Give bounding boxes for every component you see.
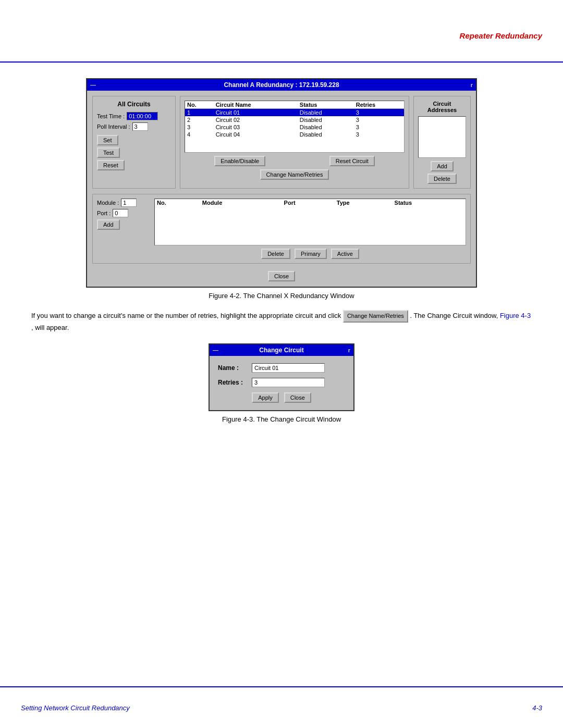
port-col-port: Port [282,199,335,206]
main-content: — Channel A Redundancy : 172.19.59.228 r… [0,63,563,686]
port-col-status: Status [393,199,466,206]
window-titlebar: — Channel A Redundancy : 172.19.59.228 r [87,79,476,91]
cc-name-field: Name : [218,363,345,373]
body-paragraph: If you want to change a circuit's name o… [21,310,542,333]
module-label: Module : [97,200,119,206]
cc-win-ctrl-right[interactable]: r [348,347,350,353]
channel-redundancy-window: — Channel A Redundancy : 172.19.59.228 r… [86,78,477,288]
col-circuit-name: Circuit Name [214,101,298,109]
col-no: No. [185,101,214,109]
change-name-retries-button[interactable]: Change Name/Retries [260,169,329,180]
test-time-input[interactable]: 01:00:00 [127,112,158,120]
left-panel-buttons: Set Test Reset [97,135,171,170]
right-panel-buttons: Add Delete [418,161,466,184]
table-row[interactable]: 2Circuit 02Disabled3 [185,116,404,124]
addresses-delete-button[interactable]: Delete [427,174,457,184]
window-title: Channel A Redundancy : 172.19.59.228 [224,81,339,89]
port-col-no: No. [155,199,200,206]
body-text-part1: If you want to change a circuit's name o… [31,312,341,319]
cc-buttons: Apply Close [218,392,345,403]
set-button[interactable]: Set [97,135,118,145]
figure1-caption: Figure 4-2. The Channel X Redundancy Win… [21,292,542,300]
table-row[interactable]: 3Circuit 03Disabled3 [185,124,404,131]
body-text-part2: . The Change Circuit window, [410,312,498,319]
middle-panel: No. Circuit Name Status Retries 1Circuit… [180,96,409,189]
poll-interval-label: Poll Interval : [97,124,130,130]
test-button[interactable]: Test [97,147,120,158]
inline-change-name-retries-button: Change Name/Retries [343,310,408,323]
window-body: All Circuits Test Time : 01:00:00 Poll I… [87,91,476,287]
circuit-addresses-title: Circuit Addresses [418,101,466,113]
change-circuit-titlebar: — Change Circuit r [210,344,353,356]
change-circuit-window: — Change Circuit r Name : Retries : Appl… [209,343,354,411]
port-label: Port : [97,210,111,216]
close-row: Close [92,271,471,281]
circuit-addresses-list [418,116,466,158]
cc-apply-button[interactable]: Apply [252,392,279,403]
bottom-section: Module : 1 Port : 0 Add [92,194,471,264]
bottom-top-row: Module : 1 Port : 0 Add [97,199,466,259]
cc-win-ctrl-left[interactable]: — [213,347,218,353]
test-time-field: Test Time : 01:00:00 [97,112,171,120]
reset-circuit-button[interactable]: Reset Circuit [329,156,375,166]
body-text-part3: , will appear. [31,324,69,331]
poll-interval-field: Poll Interval : 3 [97,122,171,131]
bottom-left: Module : 1 Port : 0 Add [97,199,149,259]
all-circuits-title: All Circuits [97,101,171,108]
main-close-button[interactable]: Close [268,271,295,281]
port-table-wrapper: No. Module Port Type Status [154,199,466,245]
port-col-type: Type [335,199,393,206]
module-input[interactable]: 1 [121,199,137,207]
change-circuit-title: Change Circuit [259,347,303,354]
figure-3-link[interactable]: Figure 4-3 [500,312,531,319]
cc-retries-field: Retries : [218,378,345,387]
reset-button[interactable]: Reset [97,160,125,170]
cc-retries-label: Retries : [218,379,252,386]
right-panel: Circuit Addresses Add Delete [413,96,471,189]
port-col-module: Module [200,199,282,206]
bottom-right: No. Module Port Type Status [154,199,466,259]
header-title: Repeater Redundancy [460,31,542,40]
addresses-add-button[interactable]: Add [431,161,454,171]
middle-buttons-row2: Change Name/Retries [185,169,405,180]
test-time-label: Test Time : [97,113,125,119]
table-row[interactable]: 1Circuit 01Disabled3 [185,109,404,117]
port-field: Port : 0 [97,209,149,217]
top-panels: All Circuits Test Time : 01:00:00 Poll I… [92,96,471,189]
col-status: Status [298,101,354,109]
port-delete-button[interactable]: Delete [261,249,290,259]
page-header: Repeater Redundancy [0,0,563,63]
poll-interval-input[interactable]: 3 [132,122,148,131]
cc-retries-input[interactable] [252,378,325,387]
enable-disable-button[interactable]: Enable/Disable [214,156,265,166]
figure2-caption: Figure 4-3. The Change Circuit Window [222,415,341,423]
win-ctrl-left[interactable]: — [90,82,96,88]
circuit-table: No. Circuit Name Status Retries 1Circuit… [185,101,404,138]
page-footer: Setting Network Circuit Redundancy 4-3 [0,686,563,728]
figure-1-container: — Channel A Redundancy : 172.19.59.228 r… [21,78,542,300]
port-input[interactable]: 0 [113,209,128,217]
bottom-action-buttons: Delete Primary Active [154,249,466,259]
change-circuit-body: Name : Retries : Apply Close [210,356,353,410]
cc-close-button[interactable]: Close [284,392,311,403]
middle-buttons-row1: Enable/Disable Reset Circuit [185,156,405,166]
left-panel: All Circuits Test Time : 01:00:00 Poll I… [92,96,176,189]
cc-name-input[interactable] [252,363,325,373]
cc-name-label: Name : [218,364,252,372]
footer-left: Setting Network Circuit Redundancy [21,704,130,712]
col-retries: Retries [354,101,404,109]
circuit-table-wrapper: No. Circuit Name Status Retries 1Circuit… [185,101,405,153]
port-add-button[interactable]: Add [97,219,120,230]
win-ctrl-right[interactable]: r [471,82,473,88]
module-field: Module : 1 [97,199,149,207]
port-primary-button[interactable]: Primary [295,249,327,259]
figure-2-container: — Change Circuit r Name : Retries : Appl… [21,343,542,434]
footer-right: 4-3 [532,704,542,712]
port-table: No. Module Port Type Status [155,199,466,206]
port-active-button[interactable]: Active [331,249,359,259]
table-row[interactable]: 4Circuit 04Disabled3 [185,131,404,138]
